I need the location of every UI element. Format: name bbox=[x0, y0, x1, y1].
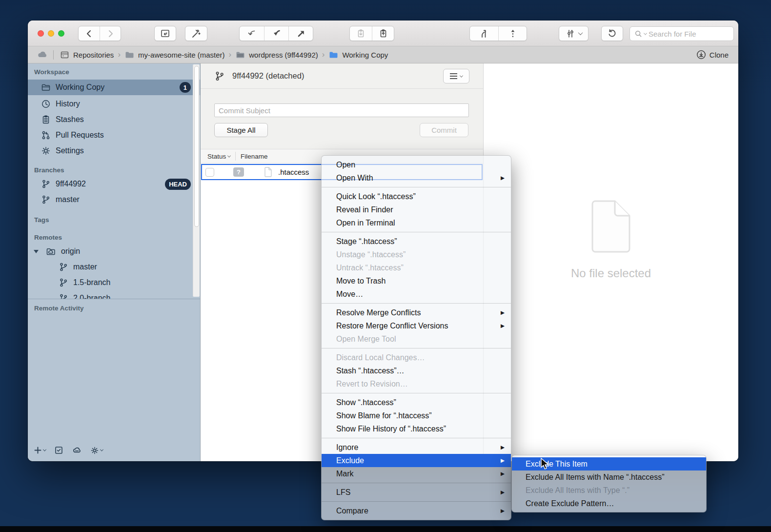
disclosure-triangle-icon[interactable] bbox=[34, 250, 39, 253]
sidebar-item-working-copy[interactable]: Working Copy 1 bbox=[28, 80, 200, 95]
head-badge: HEAD bbox=[165, 179, 191, 190]
search-scope-chevron-icon bbox=[644, 31, 647, 35]
sidebar-remote-origin[interactable]: origin bbox=[28, 244, 200, 259]
sidebar-remote-branch-master[interactable]: master bbox=[28, 259, 200, 275]
menu-item-show[interactable]: Show “.htaccess” bbox=[322, 396, 511, 409]
breadcrumb-repositories[interactable]: Repositories bbox=[60, 50, 114, 60]
quick-actions-button[interactable] bbox=[185, 26, 207, 41]
menu-item-stage[interactable]: Stage “.htaccess” bbox=[322, 235, 511, 248]
stash-button[interactable] bbox=[350, 26, 372, 41]
submenu-item-create-exclude-pattern[interactable]: Create Exclude Pattern… bbox=[512, 497, 706, 510]
menu-item-open-with[interactable]: Open With bbox=[322, 171, 511, 184]
stage-checkbox[interactable] bbox=[205, 168, 214, 177]
forward-button[interactable] bbox=[100, 26, 121, 41]
section-header-branches: Branches bbox=[28, 165, 200, 175]
sidebar-remote-branch-2-0[interactable]: 2.0-branch bbox=[28, 290, 200, 299]
inbox-button[interactable] bbox=[54, 446, 63, 455]
menu-separator bbox=[322, 348, 511, 348]
cloud-icon[interactable] bbox=[37, 49, 48, 61]
close-window-button[interactable] bbox=[38, 30, 44, 37]
breadcrumb: Repositories › my-awesome-site (master) … bbox=[28, 46, 738, 63]
chevron-down-icon bbox=[43, 448, 46, 451]
view-options-button[interactable] bbox=[559, 26, 588, 41]
apply-stash-button[interactable] bbox=[372, 26, 394, 41]
chevron-down-icon bbox=[100, 448, 103, 451]
sidebar-section-divider bbox=[28, 299, 200, 299]
sidebar-item-pull-requests[interactable]: Pull Requests bbox=[28, 127, 200, 143]
menu-item-unstage: Unstage “.htaccess” bbox=[322, 248, 511, 261]
menu-item-mark[interactable]: Mark bbox=[322, 467, 511, 480]
empty-state-label: No file selected bbox=[571, 266, 651, 280]
section-header-workspace: Workspace bbox=[28, 67, 200, 77]
git-branch-icon bbox=[59, 278, 68, 287]
menu-item-resolve-merge-conflicts[interactable]: Resolve Merge Conflicts bbox=[322, 306, 511, 319]
refresh-icon bbox=[607, 28, 617, 39]
menu-item-move[interactable]: Move… bbox=[322, 287, 511, 301]
minimize-window-button[interactable] bbox=[48, 30, 54, 37]
sidebar-remote-branch-1-5[interactable]: 1.5-branch bbox=[28, 275, 200, 290]
merge-button[interactable] bbox=[470, 26, 498, 41]
status-column-header[interactable]: Status bbox=[201, 153, 228, 160]
clone-button[interactable]: Clone bbox=[696, 49, 729, 60]
pull-arrow-icon bbox=[271, 28, 282, 39]
blue-folder-icon bbox=[328, 50, 339, 60]
chevron-down-icon[interactable] bbox=[227, 154, 231, 157]
menu-item-quick-look[interactable]: Quick Look “.htaccess” bbox=[322, 190, 511, 203]
menu-item-stash[interactable]: Stash “.htaccess”… bbox=[322, 364, 511, 377]
commit-header: 9ff44992 (detached) bbox=[201, 63, 483, 89]
remote-folder-icon bbox=[46, 246, 56, 257]
open-repository-button[interactable] bbox=[154, 26, 176, 41]
refresh-button[interactable] bbox=[601, 26, 623, 41]
menu-item-open[interactable]: Open bbox=[322, 158, 511, 171]
sidebar-scrollbar[interactable] bbox=[193, 64, 200, 297]
sidebar-bottom-toolbar bbox=[34, 445, 103, 455]
stage-all-button[interactable]: Stage All bbox=[214, 123, 268, 137]
untracked-status-badge: ? bbox=[233, 167, 244, 177]
gear-icon bbox=[90, 446, 99, 455]
settings-menu-button[interactable] bbox=[90, 446, 103, 455]
zoom-window-button[interactable] bbox=[58, 30, 64, 37]
sidebar-item-history[interactable]: History bbox=[28, 96, 200, 112]
rebase-button[interactable] bbox=[498, 26, 527, 41]
menu-item-restore-merge-conflict-versions[interactable]: Restore Merge Conflict Versions bbox=[322, 319, 511, 332]
add-button[interactable] bbox=[34, 446, 46, 454]
list-options-button[interactable] bbox=[443, 69, 469, 83]
push-button[interactable] bbox=[288, 26, 313, 41]
menu-item-compare[interactable]: Compare bbox=[322, 504, 511, 517]
fetch-button[interactable] bbox=[240, 26, 264, 41]
column-divider[interactable] bbox=[235, 152, 236, 161]
breadcrumb-repo[interactable]: my-awesome-site (master) bbox=[124, 50, 225, 60]
scrollbar-thumb[interactable] bbox=[194, 66, 199, 227]
menu-item-open-in-terminal[interactable]: Open in Terminal bbox=[322, 216, 511, 229]
empty-state: No file selected bbox=[571, 199, 651, 280]
menu-item-lfs[interactable]: LFS bbox=[322, 486, 511, 499]
menu-item-move-to-trash[interactable]: Move to Trash bbox=[322, 274, 511, 287]
cloud-services-button[interactable] bbox=[72, 445, 82, 455]
menu-item-ignore[interactable]: Ignore bbox=[322, 441, 511, 454]
chevron-down-icon bbox=[460, 74, 463, 77]
breadcrumb-working-copy[interactable]: Working Copy bbox=[328, 50, 388, 60]
sidebar-item-settings[interactable]: Settings bbox=[28, 143, 200, 159]
sidebar-branch-master[interactable]: master bbox=[28, 192, 200, 207]
menu-item-show-file-history[interactable]: Show File History of “.htaccess” bbox=[322, 422, 511, 435]
sidebar-item-stashes[interactable]: Stashes bbox=[28, 112, 200, 127]
breadcrumb-chevron-icon: › bbox=[229, 50, 232, 60]
menu-item-reveal-in-finder[interactable]: Reveal in Finder bbox=[322, 203, 511, 216]
commit-button[interactable]: Commit bbox=[420, 123, 468, 137]
search-field[interactable] bbox=[629, 26, 734, 41]
branch-label: master bbox=[56, 195, 80, 204]
back-button[interactable] bbox=[79, 26, 100, 41]
menu-item-exclude[interactable]: Exclude bbox=[322, 454, 511, 467]
sidebar-item-label: History bbox=[56, 100, 80, 108]
sidebar-branch-9ff44992[interactable]: 9ff44992 HEAD bbox=[28, 176, 200, 192]
menu-item-discard-local-changes: Discard Local Changes… bbox=[322, 351, 511, 364]
commit-subject-input[interactable] bbox=[214, 103, 469, 117]
chevron-right-icon bbox=[105, 29, 115, 39]
pull-button[interactable] bbox=[264, 26, 288, 41]
search-input[interactable] bbox=[649, 30, 729, 38]
menu-item-show-blame[interactable]: Show Blame for “.htaccess” bbox=[322, 409, 511, 422]
filename-column-header[interactable]: Filename bbox=[241, 153, 268, 160]
submenu-item-exclude-all-with-name[interactable]: Exclude All Items with Name “.htaccess” bbox=[512, 471, 706, 484]
breadcrumb-folder[interactable]: wordpress (9ff44992) bbox=[235, 50, 318, 60]
section-header-tags: Tags bbox=[28, 215, 200, 225]
